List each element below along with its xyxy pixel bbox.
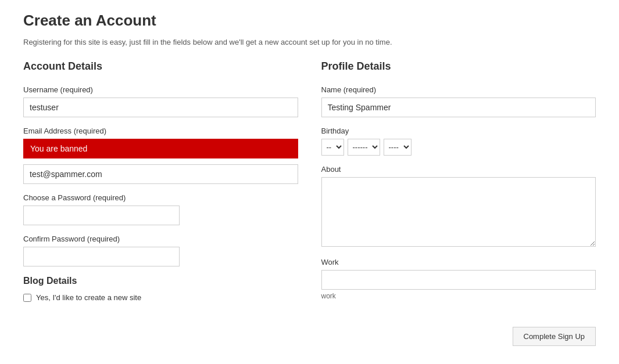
- name-input[interactable]: [321, 98, 596, 117]
- work-field-group: Work work: [321, 258, 596, 300]
- confirm-password-label: Confirm Password (required): [23, 235, 298, 243]
- form-columns: Account Details Username (required) Emai…: [23, 60, 596, 309]
- form-footer: Complete Sign Up: [23, 327, 596, 346]
- username-field-group: Username (required): [23, 85, 298, 117]
- account-details-col: Account Details Username (required) Emai…: [23, 60, 298, 309]
- profile-details-col: Profile Details Name (required) Birthday…: [321, 60, 596, 309]
- work-label: Work: [321, 258, 596, 266]
- create-site-row: Yes, I'd like to create a new site: [23, 293, 298, 302]
- create-site-label: Yes, I'd like to create a new site: [36, 293, 141, 302]
- email-error-banner: You are banned: [23, 139, 298, 158]
- email-input[interactable]: [23, 164, 298, 184]
- complete-signup-button[interactable]: Complete Sign Up: [513, 327, 596, 346]
- password-field-group: Choose a Password (required): [23, 193, 298, 225]
- work-input[interactable]: [321, 270, 596, 290]
- birthday-row: -- ------ ----: [321, 139, 596, 156]
- birthday-field-group: Birthday -- ------ ----: [321, 127, 596, 156]
- page-wrapper: Create an Account Registering for this s…: [0, 0, 619, 364]
- email-field-group: Email Address (required) You are banned: [23, 127, 298, 184]
- create-site-checkbox[interactable]: [23, 294, 31, 302]
- name-label: Name (required): [321, 85, 596, 94]
- confirm-password-field-group: Confirm Password (required): [23, 235, 298, 266]
- blog-details-title: Blog Details: [23, 276, 298, 286]
- blog-details-section: Blog Details Yes, I'd like to create a n…: [23, 276, 298, 302]
- username-input[interactable]: [23, 98, 298, 117]
- about-field-group: About: [321, 165, 596, 248]
- password-label: Choose a Password (required): [23, 193, 298, 202]
- confirm-password-input[interactable]: [23, 247, 180, 266]
- birthday-year-select[interactable]: ----: [384, 139, 412, 156]
- birthday-label: Birthday: [321, 127, 596, 135]
- work-hint: work: [321, 292, 596, 300]
- about-textarea[interactable]: [321, 177, 596, 247]
- profile-details-title: Profile Details: [321, 60, 596, 75]
- page-title: Create an Account: [23, 12, 596, 30]
- page-subtitle: Registering for this site is easy, just …: [23, 38, 596, 46]
- about-label: About: [321, 165, 596, 174]
- birthday-day-select[interactable]: --: [321, 139, 344, 156]
- password-input[interactable]: [23, 206, 180, 225]
- birthday-month-select[interactable]: ------: [348, 139, 380, 156]
- account-details-title: Account Details: [23, 60, 298, 75]
- name-field-group: Name (required): [321, 85, 596, 117]
- username-label: Username (required): [23, 85, 298, 94]
- email-label: Email Address (required): [23, 127, 298, 135]
